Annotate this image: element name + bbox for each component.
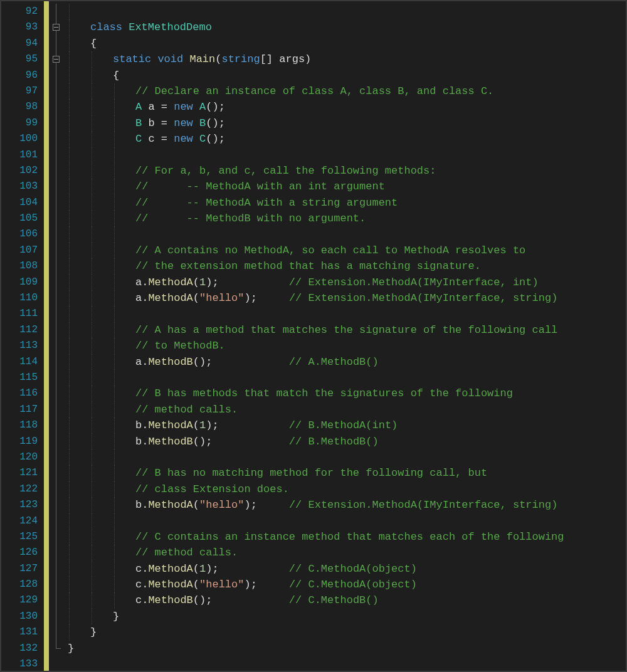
token-cmt: // -- MethodB with no argument.	[135, 213, 366, 224]
token-mth: MethodB	[148, 594, 192, 606]
code-line[interactable]: B b = new B();	[65, 115, 626, 131]
token-pn: =	[161, 133, 167, 145]
code-editor[interactable]: 9293949596979899100101102103104105106107…	[0, 0, 627, 672]
line-number: 105	[1, 211, 44, 226]
code-line[interactable]	[65, 656, 626, 672]
line-number: 95	[1, 51, 44, 67]
outline-cell	[49, 561, 65, 577]
code-line[interactable]: // -- MethodA with a string argument	[65, 195, 626, 211]
code-line[interactable]: c.MethodA("hello"); // C.MethodA(object)	[65, 577, 626, 592]
code-line[interactable]	[65, 4, 626, 19]
token-pn: )	[305, 53, 311, 65]
token-cmt: // -- MethodA with a string argument	[135, 197, 398, 209]
code-line-content	[68, 451, 135, 463]
token-cmt: // C.MethodA(object)	[289, 579, 417, 591]
code-line[interactable]: class ExtMethodDemo	[65, 19, 626, 35]
code-line-content: // Declare an instance of class A, class…	[68, 85, 493, 97]
fold-toggle-icon[interactable]	[53, 24, 60, 31]
code-line[interactable]: // method calls.	[65, 545, 626, 560]
code-line[interactable]: A a = new A();	[65, 99, 626, 115]
line-number: 126	[1, 545, 44, 560]
code-line[interactable]: {	[65, 36, 626, 51]
code-area[interactable]: class ExtMethodDemo{static void Main(str…	[65, 1, 626, 671]
token-pn: (	[193, 579, 199, 591]
code-line-content: }	[68, 611, 119, 622]
change-marker-column	[44, 1, 49, 671]
code-line[interactable]: // method calls.	[65, 402, 626, 417]
outline-cell	[49, 83, 65, 99]
code-line[interactable]: a.MethodB(); // A.MethodB()	[65, 354, 626, 370]
token-mth: MethodA	[148, 579, 192, 591]
code-line-content: a.MethodA("hello"); // Extension.MethodA…	[68, 292, 557, 304]
token-cmt: // A has a method that matches the signa…	[135, 324, 557, 336]
code-line[interactable]: C c = new C();	[65, 131, 626, 147]
code-line-content: // C contains an instance method that ma…	[68, 531, 564, 543]
token-pn: );	[244, 292, 288, 304]
outline-cell	[49, 243, 65, 258]
token-var: args	[279, 53, 305, 65]
code-line[interactable]: // class Extension does.	[65, 481, 626, 497]
code-line[interactable]: }	[65, 641, 626, 656]
code-line[interactable]	[65, 370, 626, 386]
token-num: 1	[199, 419, 206, 431]
code-line[interactable]: // Declare an instance of class A, class…	[65, 83, 626, 99]
code-line[interactable]	[65, 513, 626, 529]
code-line[interactable]: b.MethodA(1); // B.MethodA(int)	[65, 417, 626, 433]
code-line[interactable]: // -- MethodB with no argument.	[65, 211, 626, 226]
token-pn: ();	[193, 436, 289, 448]
code-line[interactable]: }	[65, 624, 626, 640]
code-line-content: c.MethodA("hello"); // C.MethodA(object)	[68, 579, 417, 591]
code-line[interactable]	[65, 449, 626, 465]
line-number: 100	[1, 131, 44, 147]
outline-fold-column[interactable]	[49, 1, 65, 671]
code-line[interactable]: // For a, b, and c, call the following m…	[65, 163, 626, 179]
token-kw: new	[174, 117, 193, 129]
code-line[interactable]	[65, 147, 626, 163]
code-line[interactable]: b.MethodB(); // B.MethodB()	[65, 434, 626, 449]
code-line[interactable]: b.MethodA("hello"); // Extension.MethodA…	[65, 497, 626, 513]
code-line-content: // For a, b, and c, call the following m…	[68, 165, 436, 177]
outline-cell	[49, 641, 65, 656]
code-line[interactable]: // A contains no MethodA, so each call t…	[65, 243, 626, 258]
outline-cell	[49, 36, 65, 51]
code-line[interactable]	[65, 306, 626, 322]
code-line[interactable]: // B has methods that match the signatur…	[65, 386, 626, 401]
code-line-content	[68, 515, 135, 527]
code-line-content: }	[68, 643, 74, 654]
code-line[interactable]: {	[65, 68, 626, 83]
line-number: 115	[1, 370, 44, 386]
token-cmt: // Extension.MethodA(IMyInterface, int)	[289, 276, 539, 288]
code-line-content	[68, 372, 135, 384]
code-line[interactable]: c.MethodB(); // C.MethodB()	[65, 592, 626, 608]
token-pn: ();	[206, 117, 225, 129]
code-line[interactable]: }	[65, 609, 626, 624]
code-line-content: a.MethodA(1); // Extension.MethodA(IMyIn…	[68, 276, 539, 288]
code-line[interactable]	[65, 226, 626, 242]
code-line[interactable]: a.MethodA(1); // Extension.MethodA(IMyIn…	[65, 275, 626, 290]
line-number: 129	[1, 592, 44, 608]
line-number: 107	[1, 243, 44, 258]
code-line-content: // -- MethodB with no argument.	[68, 213, 366, 224]
token-cmt: // the extension method that has a match…	[135, 260, 481, 272]
code-line[interactable]: // -- MethodA with an int argument	[65, 179, 626, 194]
code-line[interactable]: // to MethodB.	[65, 338, 626, 354]
code-line[interactable]: // the extension method that has a match…	[65, 258, 626, 274]
code-line[interactable]: // A has a method that matches the signa…	[65, 322, 626, 338]
line-number: 116	[1, 386, 44, 401]
line-number: 102	[1, 163, 44, 179]
token-plain	[155, 101, 161, 113]
code-line-content: B b = new B();	[68, 117, 225, 129]
code-line-content: c.MethodB(); // C.MethodB()	[68, 594, 379, 606]
fold-toggle-icon[interactable]	[53, 56, 60, 63]
outline-cell	[49, 465, 65, 481]
code-line[interactable]: static void Main(string[] args)	[65, 51, 626, 67]
code-line[interactable]: // B has no matching method for the foll…	[65, 465, 626, 481]
outline-cell	[49, 386, 65, 401]
token-cmt: // method calls.	[135, 547, 238, 559]
token-cmt: // Extension.MethodA(IMyInterface, strin…	[289, 292, 557, 304]
code-line[interactable]: c.MethodA(1); // C.MethodA(object)	[65, 561, 626, 577]
token-pn: .	[142, 292, 148, 304]
token-cmt: // Extension.MethodA(IMyInterface, strin…	[289, 499, 557, 511]
code-line[interactable]: // C contains an instance method that ma…	[65, 529, 626, 545]
code-line[interactable]: a.MethodA("hello"); // Extension.MethodA…	[65, 290, 626, 306]
